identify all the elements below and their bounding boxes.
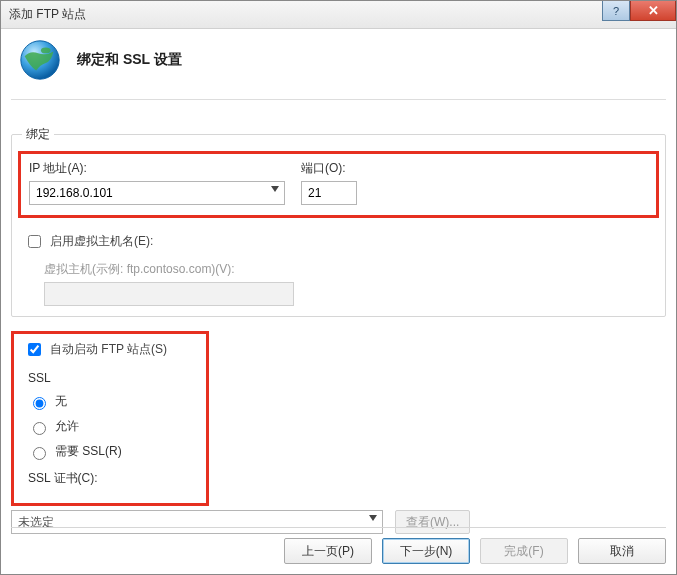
vhost-hint: 虚拟主机(示例: ftp.contoso.com)(V): bbox=[44, 261, 655, 278]
dialog-content: 绑定和 SSL 设置 绑定 IP 地址(A): 端口(O): bbox=[1, 29, 676, 544]
ssl-label-none: 无 bbox=[55, 393, 67, 410]
highlight-binding: IP 地址(A): 端口(O): bbox=[18, 151, 659, 218]
prev-button[interactable]: 上一页(P) bbox=[284, 538, 372, 564]
ssl-radio-require[interactable] bbox=[33, 447, 46, 460]
vhost-input bbox=[44, 282, 294, 306]
ssl-option-require[interactable]: 需要 SSL(R) bbox=[28, 443, 196, 460]
autostart-label: 自动启动 FTP 站点(S) bbox=[50, 341, 167, 358]
ssl-label-require: 需要 SSL(R) bbox=[55, 443, 122, 460]
port-label: 端口(O): bbox=[301, 160, 381, 177]
autostart-row: 自动启动 FTP 站点(S) bbox=[24, 340, 196, 363]
cert-label: SSL 证书(C): bbox=[28, 470, 196, 487]
ssl-legend: SSL bbox=[28, 371, 196, 385]
globe-icon bbox=[17, 37, 63, 83]
binding-legend: 绑定 bbox=[22, 126, 54, 143]
titlebar: 添加 FTP 站点 ? ✕ bbox=[1, 1, 676, 29]
next-button[interactable]: 下一步(N) bbox=[382, 538, 470, 564]
page-title: 绑定和 SSL 设置 bbox=[77, 51, 182, 69]
help-button[interactable]: ? bbox=[602, 1, 630, 21]
autostart-checkbox[interactable] bbox=[28, 343, 41, 356]
ip-label: IP 地址(A): bbox=[29, 160, 285, 177]
ip-input[interactable] bbox=[29, 181, 285, 205]
window-title: 添加 FTP 站点 bbox=[1, 6, 86, 23]
vhost-enable-label: 启用虚拟主机名(E): bbox=[50, 233, 153, 250]
header: 绑定和 SSL 设置 bbox=[11, 33, 666, 100]
port-input[interactable] bbox=[301, 181, 357, 205]
binding-group: 绑定 IP 地址(A): 端口(O): bbox=[11, 126, 666, 317]
vhost-enable-checkbox[interactable] bbox=[28, 235, 41, 248]
ssl-radio-allow[interactable] bbox=[33, 422, 46, 435]
ssl-option-allow[interactable]: 允许 bbox=[28, 418, 196, 435]
ssl-radio-none[interactable] bbox=[33, 397, 46, 410]
close-button[interactable]: ✕ bbox=[630, 1, 676, 21]
vhost-enable-row: 启用虚拟主机名(E): bbox=[22, 228, 655, 255]
cancel-button[interactable]: 取消 bbox=[578, 538, 666, 564]
footer: 上一页(P) 下一步(N) 完成(F) 取消 bbox=[11, 527, 666, 564]
ssl-label-allow: 允许 bbox=[55, 418, 79, 435]
ip-combobox[interactable] bbox=[29, 181, 285, 205]
ssl-group: SSL 无 允许 需要 SSL(R) SSL 证书(C): bbox=[24, 371, 196, 487]
finish-button: 完成(F) bbox=[480, 538, 568, 564]
highlight-ssl: 自动启动 FTP 站点(S) SSL 无 允许 需要 SSL(R) SSL 证书… bbox=[11, 331, 209, 506]
ssl-option-none[interactable]: 无 bbox=[28, 393, 196, 410]
svg-point-1 bbox=[41, 48, 51, 54]
window-controls: ? ✕ bbox=[602, 1, 676, 21]
dialog-window: 添加 FTP 站点 ? ✕ 绑定和 SSL 设置 bbox=[0, 0, 677, 575]
